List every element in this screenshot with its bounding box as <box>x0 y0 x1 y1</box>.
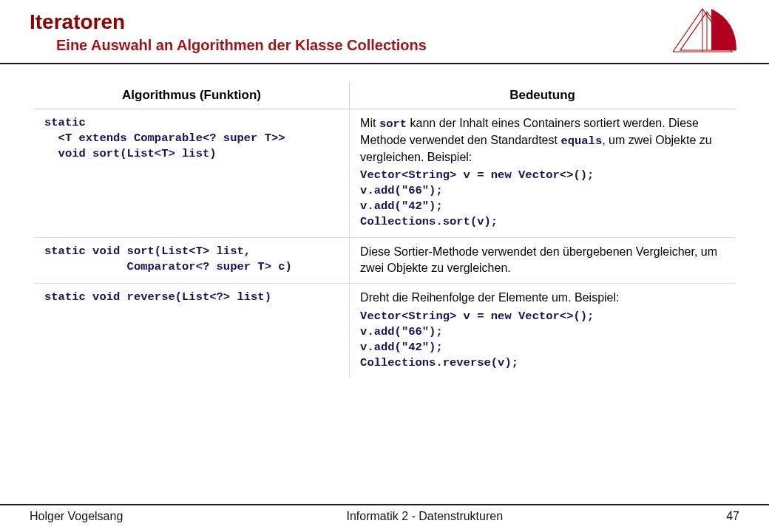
table-header-row: Algorithmus (Funktion) Bedeutung <box>34 82 735 109</box>
footer-author: Holger Vogelsang <box>30 510 123 523</box>
slide-subtitle: Eine Auswahl an Algorithmen der Klasse C… <box>56 37 739 54</box>
slide-title: Iteratoren <box>30 10 739 34</box>
keyword-sort: sort <box>379 117 407 131</box>
footer-page-number: 47 <box>726 510 739 523</box>
footer-course: Informatik 2 - Datenstrukturen <box>346 510 503 523</box>
keyword-equals: equals <box>560 134 602 148</box>
logo-icon <box>673 6 739 66</box>
slide-header: Iteratoren Eine Auswahl an Algorithmen d… <box>0 0 769 54</box>
col-header-function: Algorithmus (Funktion) <box>34 82 350 109</box>
slide-content: Algorithmus (Funktion) Bedeutung static … <box>0 64 769 378</box>
function-signature: static void reverse(List<?> list) <box>44 290 340 305</box>
table-row: static <T extends Comparable<? super T>>… <box>34 109 735 238</box>
desc-text: Dreht die Reihenfolge der Elemente um. B… <box>360 291 619 304</box>
table-row: static void sort(List<T> list, Comparato… <box>34 238 735 284</box>
footer-rule <box>0 504 769 505</box>
desc-text: Mit <box>360 117 379 129</box>
desc-text: Diese Sortier-Methode verwendet den über… <box>360 245 717 274</box>
col-header-meaning: Bedeutung <box>350 82 735 109</box>
code-example: Vector<String> v = new Vector<>(); v.add… <box>360 309 726 371</box>
code-example: Vector<String> v = new Vector<>(); v.add… <box>360 168 726 230</box>
function-signature: static <T extends Comparable<? super T>>… <box>44 115 340 162</box>
algorithms-table: Algorithmus (Funktion) Bedeutung static … <box>34 82 735 378</box>
slide-footer: Holger Vogelsang Informatik 2 - Datenstr… <box>0 504 769 523</box>
table-row: static void reverse(List<?> list) Dreht … <box>34 284 735 378</box>
function-signature: static void sort(List<T> list, Comparato… <box>44 244 340 275</box>
